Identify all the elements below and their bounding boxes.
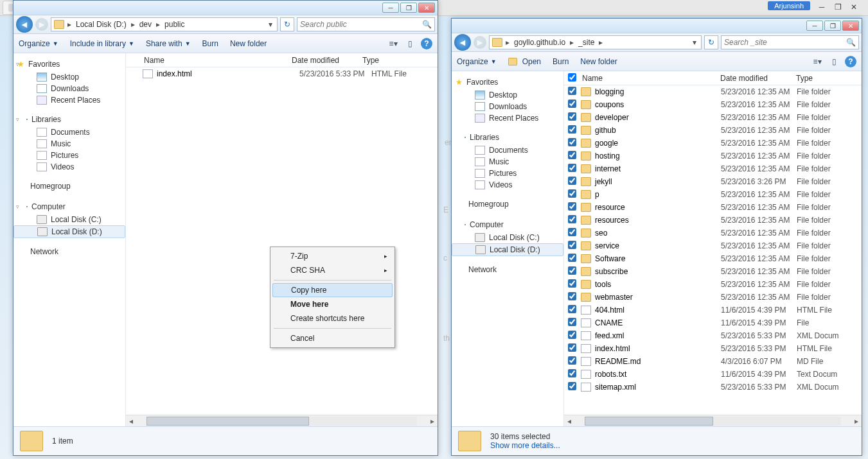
- breadcrumb-item[interactable]: Local Disk (D:): [75, 20, 128, 29]
- col-name[interactable]: Name: [577, 74, 715, 83]
- help-button[interactable]: ?: [421, 38, 432, 49]
- close-button[interactable]: ✕: [842, 21, 859, 31]
- file-row[interactable]: sitemap.xml 5/23/2016 5:33 PM XML Docum: [564, 381, 862, 394]
- chevron-right-icon[interactable]: ▸: [568, 38, 576, 47]
- context-move-here[interactable]: Move here: [272, 297, 393, 311]
- nav-libraries[interactable]: Libraries: [452, 130, 563, 144]
- nav-pictures[interactable]: Pictures: [13, 150, 125, 161]
- file-row[interactable]: jekyll 5/23/2016 3:26 PM File folder: [564, 175, 862, 188]
- search-field[interactable]: [724, 38, 846, 47]
- file-row[interactable]: resources 5/23/2016 12:35 AM File folder: [564, 214, 862, 227]
- file-row[interactable]: Software 5/23/2016 12:35 AM File folder: [564, 252, 862, 265]
- file-row[interactable]: github 5/23/2016 12:35 AM File folder: [564, 124, 862, 137]
- nav-desktop[interactable]: Desktop: [13, 71, 125, 83]
- nav-network[interactable]: Network: [13, 245, 125, 259]
- row-checkbox[interactable]: [568, 228, 576, 236]
- col-name[interactable]: Name: [139, 56, 287, 65]
- file-list[interactable]: index.html 5/23/2016 5:33 PM HTML File: [126, 67, 438, 415]
- context-create-shortcuts[interactable]: Create shortcuts here: [272, 311, 393, 325]
- file-row[interactable]: internet 5/23/2016 12:35 AM File folder: [564, 162, 862, 175]
- row-checkbox[interactable]: [568, 151, 576, 159]
- collapse-icon[interactable]: ▿: [16, 204, 19, 210]
- file-row[interactable]: resource 5/23/2016 12:35 AM File folder: [564, 201, 862, 214]
- row-checkbox[interactable]: [568, 241, 576, 249]
- forward-button[interactable]: ►: [474, 36, 486, 49]
- row-checkbox[interactable]: [568, 100, 576, 108]
- nav-music[interactable]: Music: [13, 138, 125, 150]
- maximize-button[interactable]: ❐: [400, 3, 417, 13]
- collapse-icon[interactable]: ▿: [16, 116, 19, 123]
- refresh-button[interactable]: ↻: [704, 35, 718, 49]
- breadcrumb-item[interactable]: dev: [138, 20, 153, 29]
- context-cancel[interactable]: Cancel: [272, 331, 393, 345]
- nav-disk-d[interactable]: Local Disk (D:): [452, 243, 563, 256]
- row-checkbox[interactable]: [568, 189, 576, 198]
- file-row[interactable]: README.md 4/3/2016 6:07 PM MD File: [564, 355, 862, 368]
- nav-pictures[interactable]: Pictures: [452, 168, 563, 179]
- nav-homegroup[interactable]: Homegroup: [13, 179, 125, 193]
- chevron-right-icon[interactable]: ▸: [154, 20, 162, 29]
- search-icon[interactable]: 🔍: [846, 38, 856, 47]
- file-row[interactable]: developer 5/23/2016 12:35 AM File folder: [564, 111, 862, 124]
- row-checkbox[interactable]: [568, 279, 576, 288]
- row-checkbox[interactable]: [568, 125, 576, 134]
- nav-videos[interactable]: Videos: [13, 161, 125, 173]
- nav-music[interactable]: Music: [452, 156, 563, 168]
- organize-button[interactable]: Organize▼: [19, 39, 58, 48]
- context-copy-here[interactable]: Copy here: [272, 283, 393, 297]
- column-headers[interactable]: Name Date modified Type: [564, 71, 862, 85]
- file-row[interactable]: tools 5/23/2016 12:35 AM File folder: [564, 278, 862, 291]
- view-mode-button[interactable]: ≡▾: [387, 38, 399, 49]
- nav-homegroup[interactable]: Homegroup: [452, 197, 563, 211]
- file-row[interactable]: blogging 5/23/2016 12:35 AM File folder: [564, 85, 862, 98]
- open-button[interactable]: Open: [508, 57, 541, 66]
- file-row[interactable]: service 5/23/2016 12:35 AM File folder: [564, 239, 862, 252]
- nav-videos[interactable]: Videos: [452, 179, 563, 191]
- col-date[interactable]: Date modified: [287, 56, 357, 65]
- show-more-details-link[interactable]: Show more details...: [490, 441, 560, 450]
- file-row[interactable]: subscribe 5/23/2016 12:35 AM File folder: [564, 265, 862, 278]
- row-checkbox[interactable]: [568, 202, 576, 211]
- file-row[interactable]: seo 5/23/2016 12:35 AM File folder: [564, 227, 862, 239]
- row-checkbox[interactable]: [568, 112, 576, 121]
- breadcrumb-item[interactable]: public: [163, 20, 186, 29]
- row-checkbox[interactable]: [568, 369, 576, 377]
- nav-documents[interactable]: Documents: [13, 126, 125, 138]
- file-list[interactable]: blogging 5/23/2016 12:35 AM File folder …: [564, 85, 862, 415]
- titlebar[interactable]: ─ ❐ ✕: [452, 19, 862, 33]
- nav-computer[interactable]: ▿Computer: [13, 200, 125, 214]
- nav-network[interactable]: Network: [452, 263, 563, 277]
- file-row[interactable]: CNAME 11/6/2015 4:39 PM File: [564, 316, 862, 329]
- new-folder-button[interactable]: New folder: [230, 39, 267, 48]
- horizontal-scrollbar[interactable]: ◂▸: [564, 415, 862, 426]
- minimize-button[interactable]: ─: [382, 3, 399, 13]
- col-type[interactable]: Type: [357, 56, 409, 65]
- titlebar[interactable]: ─ ❐ ✕: [13, 1, 438, 15]
- row-checkbox[interactable]: [568, 164, 576, 172]
- chevron-down-icon[interactable]: ▾: [691, 38, 698, 47]
- breadcrumb[interactable]: ▸ Local Disk (D:) ▸ dev ▸ public ▾: [51, 17, 278, 31]
- row-checkbox[interactable]: [568, 331, 576, 339]
- column-headers[interactable]: Name Date modified Type: [126, 53, 438, 67]
- nav-downloads[interactable]: Downloads: [13, 83, 125, 94]
- file-row[interactable]: index.html 5/23/2016 5:33 PM HTML File: [126, 67, 438, 80]
- close-button[interactable]: ✕: [418, 3, 435, 13]
- preview-pane-button[interactable]: ▯: [404, 38, 416, 49]
- new-folder-button[interactable]: New folder: [580, 57, 617, 66]
- nav-desktop[interactable]: Desktop: [452, 89, 563, 101]
- file-row[interactable]: feed.xml 5/23/2016 5:33 PM XML Docum: [564, 329, 862, 342]
- chrome-restore-icon[interactable]: ❐: [830, 1, 846, 13]
- file-row[interactable]: google 5/23/2016 12:35 AM File folder: [564, 137, 862, 150]
- nav-favorites[interactable]: Favorites: [452, 75, 563, 89]
- row-checkbox[interactable]: [568, 356, 576, 365]
- search-input[interactable]: 🔍: [297, 17, 435, 31]
- search-input[interactable]: 🔍: [721, 35, 859, 49]
- include-in-library-button[interactable]: Include in library▼: [70, 39, 134, 48]
- chevron-right-icon[interactable]: ▸: [129, 20, 137, 29]
- file-row[interactable]: p 5/23/2016 12:35 AM File folder: [564, 188, 862, 201]
- row-checkbox[interactable]: [568, 177, 576, 185]
- row-checkbox[interactable]: [568, 305, 576, 313]
- organize-button[interactable]: Organize▼: [457, 57, 497, 66]
- file-row[interactable]: 404.html 11/6/2015 4:39 PM HTML File: [564, 304, 862, 316]
- maximize-button[interactable]: ❐: [824, 21, 841, 31]
